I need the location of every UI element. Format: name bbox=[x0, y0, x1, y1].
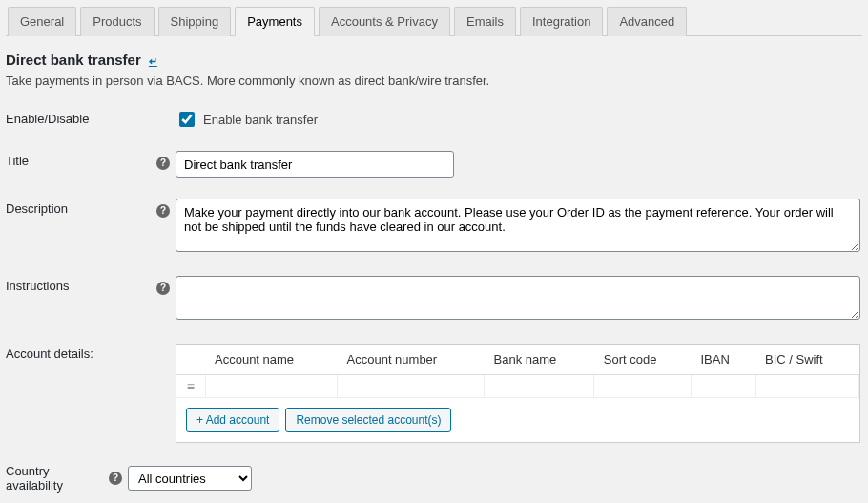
help-icon[interactable]: ? bbox=[109, 472, 122, 485]
tab-accounts-privacy[interactable]: Accounts & Privacy bbox=[319, 7, 450, 36]
title-input[interactable] bbox=[176, 151, 454, 178]
col-sort-code: Sort code bbox=[594, 345, 692, 375]
page-title: Direct bank transfer ↵ bbox=[6, 52, 862, 68]
cell-iban[interactable] bbox=[691, 375, 755, 398]
title-label: Title bbox=[6, 151, 156, 168]
col-bank-name: Bank name bbox=[485, 345, 594, 375]
cell-account-name[interactable] bbox=[205, 375, 338, 398]
country-label: Country availability bbox=[6, 464, 109, 493]
tab-integration[interactable]: Integration bbox=[520, 7, 603, 36]
tab-products[interactable]: Products bbox=[80, 7, 154, 36]
remove-account-button[interactable]: Remove selected account(s) bbox=[285, 408, 451, 432]
enable-checkbox-label: Enable bank transfer bbox=[203, 113, 318, 127]
page-title-text: Direct bank transfer bbox=[6, 52, 141, 68]
tab-emails[interactable]: Emails bbox=[454, 7, 516, 36]
col-account-name: Account name bbox=[205, 345, 338, 375]
add-account-button[interactable]: + Add account bbox=[186, 408, 279, 432]
account-table: Account name Account number Bank name So… bbox=[176, 344, 860, 443]
settings-tabs: General Products Shipping Payments Accou… bbox=[6, 6, 862, 36]
table-row[interactable]: ≡ bbox=[176, 375, 859, 398]
cell-bank-name[interactable] bbox=[485, 375, 594, 398]
instructions-textarea[interactable] bbox=[176, 276, 860, 320]
tab-shipping[interactable]: Shipping bbox=[158, 7, 232, 36]
description-textarea[interactable] bbox=[176, 199, 860, 252]
help-icon[interactable]: ? bbox=[156, 157, 170, 170]
enable-label: Enable/Disable bbox=[6, 109, 156, 126]
tab-general[interactable]: General bbox=[8, 7, 76, 36]
cell-bic-swift[interactable] bbox=[755, 375, 858, 398]
instructions-label: Instructions bbox=[6, 276, 156, 293]
drag-handle-icon[interactable]: ≡ bbox=[176, 375, 205, 398]
cell-account-number[interactable] bbox=[338, 375, 485, 398]
accounts-label: Account details: bbox=[6, 344, 156, 361]
description-label: Description bbox=[6, 199, 156, 216]
col-iban: IBAN bbox=[691, 345, 755, 375]
cell-sort-code[interactable] bbox=[594, 375, 692, 398]
enable-checkbox[interactable] bbox=[179, 112, 195, 127]
help-icon[interactable]: ? bbox=[156, 282, 170, 295]
col-bic-swift: BIC / Swift bbox=[755, 345, 858, 375]
enable-checkbox-row[interactable]: Enable bank transfer bbox=[176, 109, 862, 130]
country-select[interactable]: All countries bbox=[128, 466, 252, 491]
tab-payments[interactable]: Payments bbox=[235, 7, 315, 36]
back-link-icon[interactable]: ↵ bbox=[149, 55, 157, 67]
tab-advanced[interactable]: Advanced bbox=[607, 7, 687, 36]
col-account-number: Account number bbox=[338, 345, 485, 375]
help-icon[interactable]: ? bbox=[156, 204, 170, 218]
page-description: Take payments in person via BACS. More c… bbox=[6, 73, 862, 88]
